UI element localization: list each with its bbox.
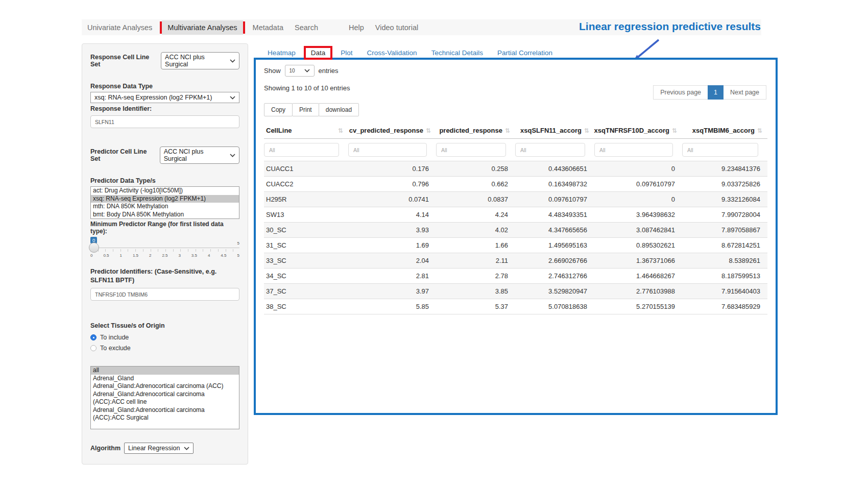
table-row: SW134.144.244.4834933513.9643986327.9907… [264,207,767,223]
table-row: 34_SC2.812.782.7463127661.4646682678.187… [264,269,767,284]
slider-track[interactable] [90,248,239,248]
min-predictor-range-label: Minimum Predictor Range (for first liste… [90,221,239,235]
predictor-identifiers-input[interactable] [90,288,239,301]
chevron-down-icon [184,447,189,450]
predictor-data-types-label: Predictor Data Type/s [90,177,239,184]
tissues-of-origin-label: Select Tissue/s of Origin [90,322,239,329]
results-table: CellLine cv_predicted_response predicted… [264,123,767,314]
chevron-down-icon [230,154,235,157]
annotation-title: Linear regression predictive results [579,20,761,33]
filter-input-xsqtmbim6-accorg[interactable] [682,143,758,157]
listbox-option[interactable]: bmt: Body DNA 850K Methylation [91,211,239,219]
tab-heatmap[interactable]: Heatmap [260,48,303,58]
tissues-listbox: all Adrenal_Gland Adrenal_Gland:Adrenoco… [90,366,239,429]
response-data-type-label: Response Data Type [90,83,239,90]
radio-to-include[interactable]: To include [90,334,239,341]
listbox-option[interactable]: Adrenal_Gland [91,375,239,383]
response-identifier-label: Response Identifier: [90,105,239,112]
column-header-cv-predicted-response[interactable]: cv_predicted_response [348,123,436,139]
show-entries-select[interactable]: 10 [285,65,315,77]
export-buttons: Copy Print download [264,103,767,116]
sort-icon[interactable] [505,127,510,134]
nav-item-search[interactable]: Search [289,20,324,35]
radio-to-exclude[interactable]: To exclude [90,345,239,352]
next-page-button[interactable]: Next page [724,85,766,100]
analysis-settings-sidebar: Response Cell Line Set ACC NCI plus Surg… [82,43,248,465]
filter-input-cv-predicted-response[interactable] [348,143,427,157]
sort-icon[interactable] [426,127,431,134]
tab-partial-correlation[interactable]: Partial Correlation [490,48,560,58]
show-entries-suffix: entries [319,67,339,75]
tab-data[interactable]: Data [311,49,326,57]
download-button[interactable]: download [319,103,359,116]
table-row: 33_SC2.042.112.6690267661.3673710668.538… [264,253,767,269]
chevron-down-icon [230,96,235,100]
nav-item-video-tutorial[interactable]: Video tutorial [370,20,424,35]
page-1-button[interactable]: 1 [708,85,724,100]
table-row: 30_SC3.934.024.3476656563.0874628417.897… [264,223,767,238]
previous-page-button[interactable]: Previous page [653,85,708,100]
radio-unselected-icon [90,345,97,351]
slider-tick-labels: 00.511.522.533.544.55 [90,253,239,258]
nav-item-multivariate-analyses[interactable]: Multivariate Analyses [162,20,243,35]
chevron-down-icon [304,69,310,72]
sort-icon[interactable] [672,127,677,134]
listbox-option-selected[interactable]: xsq: RNA-seq Expression (log2 FPKM+1) [91,195,239,203]
table-row: CUACC10.1760.2580.44360665109.234841376 [264,161,767,177]
slider-handle[interactable] [89,242,99,253]
predictor-data-types-listbox: act: Drug Activity (-log10[IC50M]) xsq: … [90,186,239,219]
response-cell-line-set-label: Response Cell Line Set [90,54,157,68]
tab-cross-validation[interactable]: Cross-Validation [360,48,424,58]
tab-technical-details[interactable]: Technical Details [424,48,490,58]
response-identifier-input[interactable] [90,115,239,128]
annotation-red-box-tab: Data [304,46,333,60]
listbox-option[interactable]: Adrenal_Gland:Adrenocortical carcinoma (… [91,391,239,406]
table-row: 38_SC5.855.375.0708186385.2701551397.683… [264,299,767,314]
filter-input-xsqslfn11-accorg[interactable] [515,143,585,157]
nav-item-metadata[interactable]: Metadata [247,20,289,35]
chevron-down-icon [230,59,235,63]
column-header-xsqslfn11-accorg[interactable]: xsqSLFN11_accorg [515,123,594,139]
filter-input-cellline[interactable] [264,143,339,157]
predictor-identifiers-label: Predictor Identifiers: (Case-Sensitive, … [90,267,241,285]
slider-max-label: 5 [237,241,239,246]
response-cell-line-set-select[interactable]: ACC NCI plus Surgical [161,52,239,69]
listbox-option[interactable]: Adrenal_Gland:Adrenocortical carcinoma (… [91,406,239,422]
table-row: CUACC20.7960.6620.1634987320.0976107979.… [264,177,767,192]
radio-selected-icon [90,334,97,340]
column-header-cellline[interactable]: CellLine [264,123,348,139]
algorithm-label: Algorithm [90,445,120,452]
sort-icon[interactable] [338,127,343,134]
annotation-red-box-nav: Multivariate Analyses [160,21,245,34]
pagination: Previous page 1 Next page [653,85,766,100]
column-header-xsqtmbim6-accorg[interactable]: xsqTMBIM6_accorg [682,123,767,139]
response-data-type-select[interactable]: xsq: RNA-seq Expression (log2 FPKM+1) [90,92,239,103]
algorithm-select[interactable]: Linear Regression [124,443,194,454]
table-row: H295R0.07410.08370.09761079709.332126084 [264,192,767,207]
sort-icon[interactable] [584,127,589,134]
predictor-cell-line-set-select[interactable]: ACC NCI plus Surgical [160,147,239,164]
filter-input-xsqtnfrsf10d-accorg[interactable] [594,143,673,157]
table-filter-row [264,139,767,161]
predictor-cell-line-set-label: Predictor Cell Line Set [90,148,156,162]
slider-tick-marks [90,249,239,252]
table-header-row: CellLine cv_predicted_response predicted… [264,123,767,139]
table-row: 31_SC1.691.661.4956951630.8953026218.672… [264,238,767,253]
sort-icon[interactable] [757,127,762,134]
show-entries-prefix: Show [264,67,281,75]
listbox-option[interactable]: mth: DNA 850K Methylation [91,203,239,211]
tab-plot[interactable]: Plot [333,48,359,58]
min-predictor-range-slider: 0 5 00.511.522.533.544.55 [90,237,239,263]
listbox-option[interactable]: act: Drug Activity (-log10[IC50M]) [91,187,239,195]
nav-item-help[interactable]: Help [343,20,370,35]
print-button[interactable]: Print [292,103,319,116]
column-header-xsqtnfrsf10d-accorg[interactable]: xsqTNFRSF10D_accorg [594,123,682,139]
column-header-predicted-response[interactable]: predicted_response [436,123,515,139]
filter-input-predicted-response[interactable] [436,143,506,157]
listbox-option[interactable]: Adrenal_Gland:Adrenocortical carcinoma (… [91,382,239,391]
listbox-option-selected[interactable]: all [91,367,239,375]
table-row: 37_SC3.973.853.5298209472.7761039887.915… [264,284,767,299]
copy-button[interactable]: Copy [264,103,293,116]
data-results-panel: Show 10 entries Showing 1 to 10 of 10 en… [254,58,778,415]
nav-item-univariate-analyses[interactable]: Univariate Analyses [82,20,158,35]
